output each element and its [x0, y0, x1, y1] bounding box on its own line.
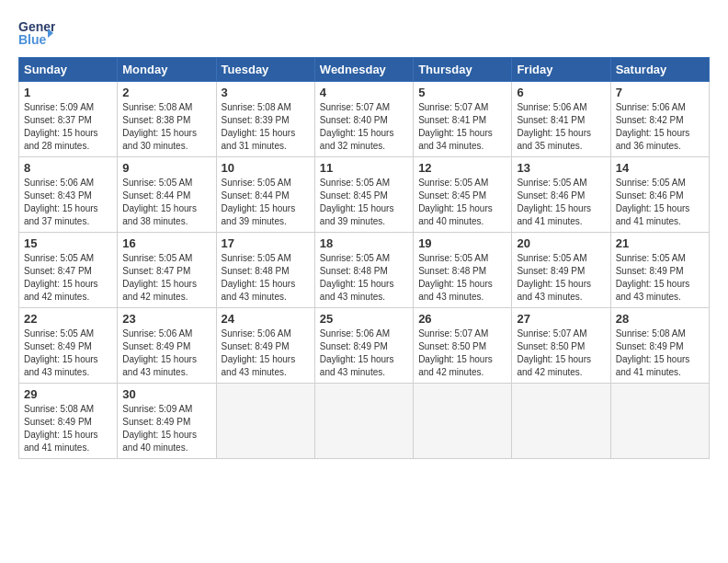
- calendar-cell: 5Sunrise: 5:07 AMSunset: 8:41 PMDaylight…: [414, 82, 512, 157]
- day-number: 9: [122, 161, 210, 175]
- day-number: 29: [24, 387, 112, 401]
- weekday-header-row: SundayMondayTuesdayWednesdayThursdayFrid…: [19, 58, 710, 82]
- calendar-cell: 9Sunrise: 5:05 AMSunset: 8:44 PMDaylight…: [118, 157, 216, 233]
- day-number: 23: [122, 312, 210, 326]
- day-number: 21: [616, 236, 704, 250]
- day-number: 1: [24, 86, 112, 99]
- day-number: 26: [418, 312, 506, 326]
- day-info: Sunrise: 5:05 AMSunset: 8:44 PMDaylight:…: [122, 178, 197, 226]
- calendar-cell: 18Sunrise: 5:05 AMSunset: 8:48 PMDayligh…: [314, 233, 413, 308]
- calendar-row: 1Sunrise: 5:09 AMSunset: 8:37 PMDaylight…: [19, 82, 710, 157]
- weekday-header-saturday: Saturday: [610, 58, 709, 82]
- day-info: Sunrise: 5:05 AMSunset: 8:48 PMDaylight:…: [418, 253, 493, 302]
- calendar-cell: 13Sunrise: 5:05 AMSunset: 8:46 PMDayligh…: [512, 157, 610, 233]
- calendar-row: 22Sunrise: 5:05 AMSunset: 8:49 PMDayligh…: [19, 308, 710, 384]
- day-number: 4: [320, 86, 408, 99]
- day-info: Sunrise: 5:05 AMSunset: 8:45 PMDaylight:…: [320, 178, 394, 226]
- calendar-cell: 23Sunrise: 5:06 AMSunset: 8:49 PMDayligh…: [118, 308, 216, 384]
- calendar-cell: 19Sunrise: 5:05 AMSunset: 8:48 PMDayligh…: [414, 233, 512, 308]
- calendar-cell: 7Sunrise: 5:06 AMSunset: 8:42 PMDaylight…: [610, 82, 709, 157]
- calendar-cell: 17Sunrise: 5:05 AMSunset: 8:48 PMDayligh…: [216, 233, 314, 308]
- calendar-cell: 16Sunrise: 5:05 AMSunset: 8:47 PMDayligh…: [118, 233, 216, 308]
- calendar-cell: 11Sunrise: 5:05 AMSunset: 8:45 PMDayligh…: [314, 157, 413, 233]
- day-number: 24: [222, 312, 310, 326]
- day-info: Sunrise: 5:05 AMSunset: 8:47 PMDaylight:…: [24, 253, 98, 302]
- calendar-cell: 29Sunrise: 5:08 AMSunset: 8:49 PMDayligh…: [19, 384, 118, 459]
- calendar-cell: 26Sunrise: 5:07 AMSunset: 8:50 PMDayligh…: [414, 308, 512, 384]
- calendar-cell: 4Sunrise: 5:07 AMSunset: 8:40 PMDaylight…: [314, 82, 413, 157]
- day-number: 7: [616, 86, 704, 99]
- day-number: 25: [320, 312, 408, 326]
- calendar-cell: 6Sunrise: 5:06 AMSunset: 8:41 PMDaylight…: [512, 82, 610, 157]
- day-number: 5: [418, 86, 506, 99]
- calendar-cell: 1Sunrise: 5:09 AMSunset: 8:37 PMDaylight…: [19, 82, 118, 157]
- weekday-header-wednesday: Wednesday: [314, 58, 413, 82]
- calendar-row: 15Sunrise: 5:05 AMSunset: 8:47 PMDayligh…: [19, 233, 710, 308]
- day-number: 6: [517, 86, 605, 99]
- day-info: Sunrise: 5:08 AMSunset: 8:39 PMDaylight:…: [222, 102, 296, 151]
- day-info: Sunrise: 5:06 AMSunset: 8:41 PMDaylight:…: [517, 102, 591, 151]
- weekday-header-monday: Monday: [118, 58, 216, 82]
- day-info: Sunrise: 5:06 AMSunset: 8:43 PMDaylight:…: [24, 178, 98, 226]
- calendar-cell: 30Sunrise: 5:09 AMSunset: 8:49 PMDayligh…: [118, 384, 216, 459]
- day-info: Sunrise: 5:05 AMSunset: 8:46 PMDaylight:…: [517, 178, 591, 226]
- weekday-header-tuesday: Tuesday: [216, 58, 314, 82]
- calendar-cell: 25Sunrise: 5:06 AMSunset: 8:49 PMDayligh…: [314, 308, 413, 384]
- calendar-cell: 10Sunrise: 5:05 AMSunset: 8:44 PMDayligh…: [216, 157, 314, 233]
- day-info: Sunrise: 5:05 AMSunset: 8:47 PMDaylight:…: [122, 253, 197, 302]
- day-info: Sunrise: 5:05 AMSunset: 8:49 PMDaylight:…: [616, 253, 690, 302]
- logo: General Blue: [18, 17, 55, 50]
- calendar-row: 8Sunrise: 5:06 AMSunset: 8:43 PMDaylight…: [19, 157, 710, 233]
- calendar-cell: 14Sunrise: 5:05 AMSunset: 8:46 PMDayligh…: [610, 157, 709, 233]
- calendar-cell: 21Sunrise: 5:05 AMSunset: 8:49 PMDayligh…: [610, 233, 709, 308]
- day-number: 28: [616, 312, 704, 326]
- day-number: 20: [517, 236, 605, 250]
- weekday-header-friday: Friday: [512, 58, 610, 82]
- header: General Blue: [18, 17, 710, 50]
- calendar-cell: 20Sunrise: 5:05 AMSunset: 8:49 PMDayligh…: [512, 233, 610, 308]
- calendar-cell: [314, 384, 413, 459]
- day-info: Sunrise: 5:05 AMSunset: 8:44 PMDaylight:…: [222, 178, 296, 226]
- day-number: 30: [122, 387, 210, 401]
- day-number: 8: [24, 161, 112, 175]
- day-info: Sunrise: 5:06 AMSunset: 8:49 PMDaylight:…: [320, 328, 394, 377]
- day-info: Sunrise: 5:08 AMSunset: 8:38 PMDaylight:…: [122, 102, 197, 151]
- day-number: 11: [320, 161, 408, 175]
- day-info: Sunrise: 5:08 AMSunset: 8:49 PMDaylight:…: [616, 328, 690, 377]
- weekday-header-thursday: Thursday: [414, 58, 512, 82]
- day-number: 14: [616, 161, 704, 175]
- calendar-table: SundayMondayTuesdayWednesdayThursdayFrid…: [18, 57, 710, 459]
- calendar-cell: [610, 384, 709, 459]
- day-info: Sunrise: 5:07 AMSunset: 8:50 PMDaylight:…: [517, 328, 591, 377]
- day-info: Sunrise: 5:09 AMSunset: 8:49 PMDaylight:…: [122, 404, 197, 453]
- day-number: 13: [517, 161, 605, 175]
- calendar-cell: 24Sunrise: 5:06 AMSunset: 8:49 PMDayligh…: [216, 308, 314, 384]
- day-number: 18: [320, 236, 408, 250]
- day-info: Sunrise: 5:05 AMSunset: 8:48 PMDaylight:…: [320, 253, 394, 302]
- day-number: 2: [122, 86, 210, 99]
- day-info: Sunrise: 5:05 AMSunset: 8:46 PMDaylight:…: [616, 178, 690, 226]
- day-info: Sunrise: 5:08 AMSunset: 8:49 PMDaylight:…: [24, 404, 98, 453]
- calendar-row: 29Sunrise: 5:08 AMSunset: 8:49 PMDayligh…: [19, 384, 710, 459]
- day-info: Sunrise: 5:05 AMSunset: 8:49 PMDaylight:…: [517, 253, 591, 302]
- day-number: 15: [24, 236, 112, 250]
- weekday-header-sunday: Sunday: [19, 58, 118, 82]
- logo-icon: General Blue: [18, 17, 55, 50]
- day-info: Sunrise: 5:05 AMSunset: 8:49 PMDaylight:…: [24, 328, 98, 377]
- day-info: Sunrise: 5:09 AMSunset: 8:37 PMDaylight:…: [24, 102, 98, 151]
- day-number: 17: [222, 236, 310, 250]
- calendar-cell: 3Sunrise: 5:08 AMSunset: 8:39 PMDaylight…: [216, 82, 314, 157]
- day-info: Sunrise: 5:07 AMSunset: 8:41 PMDaylight:…: [418, 102, 493, 151]
- day-info: Sunrise: 5:05 AMSunset: 8:45 PMDaylight:…: [418, 178, 493, 226]
- day-number: 22: [24, 312, 112, 326]
- day-number: 19: [418, 236, 506, 250]
- day-info: Sunrise: 5:07 AMSunset: 8:40 PMDaylight:…: [320, 102, 394, 151]
- calendar-cell: 28Sunrise: 5:08 AMSunset: 8:49 PMDayligh…: [610, 308, 709, 384]
- day-info: Sunrise: 5:05 AMSunset: 8:48 PMDaylight:…: [222, 253, 296, 302]
- svg-text:Blue: Blue: [18, 32, 47, 47]
- day-number: 12: [418, 161, 506, 175]
- calendar-cell: 15Sunrise: 5:05 AMSunset: 8:47 PMDayligh…: [19, 233, 118, 308]
- day-number: 3: [222, 86, 310, 99]
- calendar-cell: 8Sunrise: 5:06 AMSunset: 8:43 PMDaylight…: [19, 157, 118, 233]
- calendar-cell: [414, 384, 512, 459]
